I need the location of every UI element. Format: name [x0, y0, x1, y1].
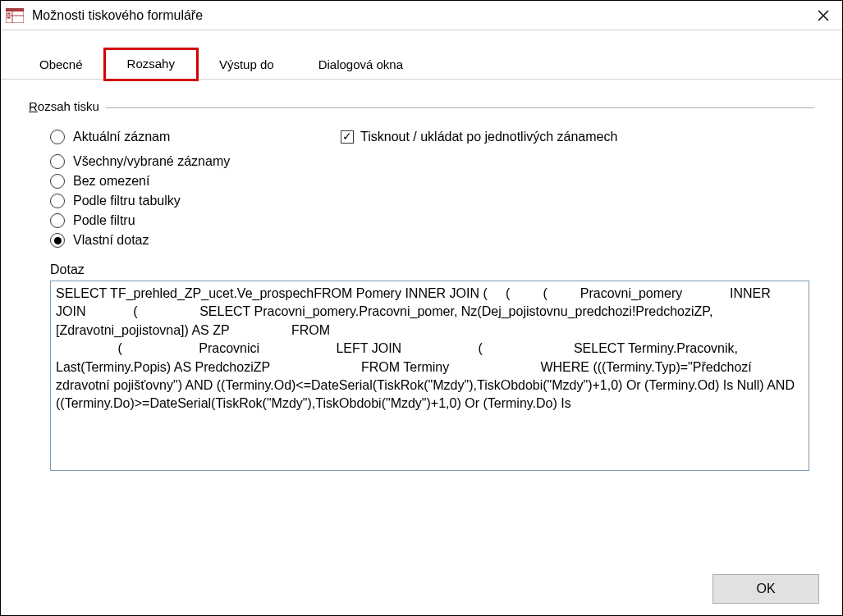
group-divider: [106, 107, 814, 108]
tabstrip: Obecné Rozsahy Výstup do Dialogová okna: [1, 30, 842, 80]
tab-rozsahy[interactable]: Rozsahy: [105, 49, 197, 80]
radio-icon: [50, 194, 65, 208]
checkbox-label: Tisknout / ukládat po jednotlivých zánam…: [360, 130, 617, 144]
app-icon: [6, 8, 24, 23]
radio-label: Vlastní dotaz: [73, 233, 149, 248]
dialog-footer: OK: [1, 563, 842, 615]
tab-vystup-do[interactable]: Výstup do: [197, 50, 296, 80]
radio-label: Bez omezení: [73, 174, 149, 189]
radio-icon: [50, 213, 65, 228]
radio-podle-filtru[interactable]: Podle filtru: [50, 213, 814, 228]
tab-content-rozsahy: Rozsah tisku Aktuální záznam Tisknout / …: [1, 80, 842, 563]
ok-button[interactable]: OK: [712, 574, 819, 604]
close-button[interactable]: [804, 1, 842, 30]
svg-rect-4: [7, 12, 11, 14]
radio-icon: [50, 174, 65, 189]
checkbox-icon: [341, 130, 354, 144]
radio-label: Podle filtru: [73, 213, 135, 228]
radio-bez-omezeni[interactable]: Bez omezení: [50, 174, 814, 189]
svg-rect-1: [6, 8, 24, 11]
svg-rect-5: [7, 16, 11, 18]
radio-vsechny-vybrane[interactable]: Všechny/vybrané záznamy: [50, 154, 814, 169]
window-title: Možnosti tiskového formuláře: [32, 8, 804, 23]
radio-label: Podle filtru tabulky: [73, 194, 181, 208]
radio-podle-filtru-tabulky[interactable]: Podle filtru tabulky: [50, 194, 814, 208]
group-rozsah-tisku: Rozsah tisku: [29, 99, 814, 116]
tab-obecne[interactable]: Obecné: [17, 50, 105, 80]
label-dotaz: Dotaz: [50, 262, 814, 277]
dialog-print-form-options: Možnosti tiskového formuláře Obecné Rozs…: [0, 0, 843, 616]
radio-icon: [50, 130, 65, 144]
radio-vlastni-dotaz[interactable]: Vlastní dotaz: [50, 233, 814, 248]
radio-aktualni-zaznam[interactable]: Aktuální záznam: [50, 130, 341, 144]
radio-icon: [50, 154, 65, 169]
radio-label: Aktuální záznam: [73, 130, 170, 144]
radio-label: Všechny/vybrané záznamy: [73, 154, 230, 169]
radio-icon: [50, 233, 65, 248]
query-textarea[interactable]: SELECT TF_prehled_ZP_ucet.Ve_prospechFRO…: [50, 281, 809, 471]
tab-dialogova-okna[interactable]: Dialogová okna: [296, 50, 425, 80]
group-label: Rozsah tisku: [29, 99, 99, 113]
titlebar: Možnosti tiskového formuláře: [1, 1, 842, 30]
checkbox-tisknout-po-jednotlivych[interactable]: Tisknout / ukládat po jednotlivých zánam…: [341, 130, 617, 144]
